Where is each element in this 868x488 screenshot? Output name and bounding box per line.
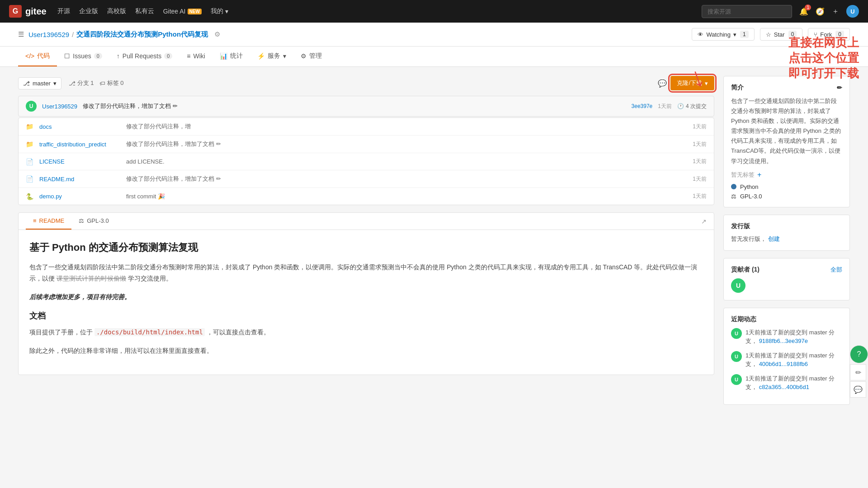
- tab-stats[interactable]: 📊 统计: [212, 47, 250, 66]
- license-icon: ⚖: [731, 193, 736, 200]
- file-time: 1天前: [693, 141, 707, 148]
- license-tab[interactable]: ⚖ GPL-3.0: [71, 213, 116, 230]
- watch-label: Watching: [706, 31, 731, 38]
- commit-hash-link[interactable]: 3ee397e: [632, 103, 653, 109]
- commit-count: 🕐 4 次提交: [677, 103, 707, 110]
- clone-download-button[interactable]: 克隆/下载 ▾: [670, 76, 714, 90]
- plus-icon[interactable]: ＋: [832, 7, 839, 16]
- file-row: 📄 LICENSE add LICENSE. 1天前: [19, 153, 714, 170]
- nav-opensource[interactable]: 开源: [57, 7, 70, 15]
- file-commit-msg: 修改了部分代码注释，增加了文档 ✏: [126, 175, 687, 183]
- contributors-header: 贡献者 (1) 全部: [731, 266, 842, 274]
- repo-user-link[interactable]: User1396529: [28, 31, 69, 38]
- activity-commit-link[interactable]: 9188fb6...3ee397e: [759, 338, 808, 344]
- star-count: 0: [788, 31, 797, 38]
- repo-header: ☰ User1396529 / 交通四阶段法交通分布预测Python代码复现 ⚙…: [0, 23, 868, 47]
- activity-commit-link[interactable]: c82a365...400b6d1: [759, 384, 809, 390]
- contributor-avatar[interactable]: U: [731, 278, 745, 293]
- activity-text: 1天前推送了新的提交到 master 分支， 9188fb6...3ee397e: [745, 328, 842, 346]
- compass-icon[interactable]: 🧭: [816, 7, 825, 16]
- readme-doc-para2: 除此之外，代码的注释非常详细，用法可以在注释里面直接查看。: [29, 345, 703, 357]
- file-name-link[interactable]: demo.py: [39, 193, 121, 200]
- readme-section: ≡ README ⚖ GPL-3.0 ↗ 基于 Python 的交通分布预测算法…: [18, 212, 714, 375]
- python-lang-dot: [731, 184, 736, 189]
- issues-icon: ☐: [64, 52, 70, 60]
- repo-name-link[interactable]: 交通四阶段法交通分布预测Python代码复现: [76, 30, 208, 39]
- file-name-link[interactable]: README.md: [39, 176, 121, 183]
- file-row: 📁 traffic_distribution_predict 修改了部分代码注释…: [19, 136, 714, 153]
- open-external-icon[interactable]: ↗: [701, 218, 707, 225]
- clone-dropdown-icon: ▾: [705, 80, 708, 87]
- watch-button[interactable]: 👁 Watching ▾ 1: [692, 28, 754, 41]
- readme-para1: 包含了一些交通规划四阶段法中第二阶段交通分布预测时常用的算法，封装成了 Pyth…: [29, 262, 703, 284]
- sidebar-activity-card: 近期动态 U 1天前推送了新的提交到 master 分支， 9188fb6...…: [723, 308, 850, 405]
- repo-settings-icon[interactable]: ⚙: [214, 30, 220, 38]
- commit-author-link[interactable]: User1396529: [42, 103, 77, 110]
- eye-icon: 👁: [698, 31, 703, 38]
- chat-float-button[interactable]: 💬: [850, 381, 866, 398]
- file-name-link[interactable]: traffic_distribution_predict: [39, 141, 121, 148]
- tab-issues[interactable]: ☐ Issues 0: [57, 47, 109, 66]
- star-button[interactable]: ☆ Star 0: [760, 28, 803, 41]
- activity-avatar: U: [731, 328, 742, 339]
- nav-private[interactable]: 私有云: [135, 7, 154, 15]
- file-time: 1天前: [693, 123, 707, 131]
- create-release-link[interactable]: 创建: [768, 235, 780, 242]
- file-row: 📄 README.md 修改了部分代码注释，增加了文档 ✏ 1天前: [19, 170, 714, 188]
- floating-buttons: ? ✏ 💬: [850, 345, 868, 398]
- file-name-link[interactable]: LICENSE: [39, 158, 121, 165]
- commit-author-avatar: U: [26, 101, 37, 112]
- breadcrumb-separator: /: [72, 31, 74, 38]
- star-icon: ☆: [766, 31, 771, 38]
- edit-intro-icon[interactable]: ✏: [837, 84, 842, 91]
- folder-icon: 📁: [26, 123, 34, 130]
- history-icon: 🕐: [677, 103, 684, 109]
- strikethrough-text: 课堂测试计算的时候偷懒: [57, 275, 126, 282]
- tab-pullrequests[interactable]: ↑ Pull Requests 0: [109, 47, 180, 66]
- sidebar-tags: 暂无标签 +: [731, 171, 842, 179]
- tab-code[interactable]: </> 代码: [18, 47, 57, 66]
- file-commit-msg: first commit 🎉: [126, 193, 687, 200]
- sidebar: 简介 ✏ 包含了一些交通规划四阶段法中第二阶段交通分布预测时常用的算法，封装成了…: [723, 76, 850, 412]
- fork-button[interactable]: ⑂ Fork 0: [808, 28, 850, 41]
- branch-icon: ⎇: [23, 80, 30, 87]
- my-dropdown[interactable]: 我的 ▾: [211, 7, 228, 15]
- clone-download-wrapper: 克隆/下载 ▾ 直接在网页上 点击这个位置 即可打开下载 ↑: [670, 76, 714, 90]
- chat-icon[interactable]: 💬: [658, 79, 667, 88]
- notification-bell-icon[interactable]: 🔔 1: [799, 7, 808, 16]
- admin-icon: ⚙: [301, 52, 307, 60]
- contributors-title: 贡献者 (1): [731, 266, 760, 274]
- repo-actions: 👁 Watching ▾ 1 ☆ Star 0 ⑂ Fork 0: [692, 28, 850, 41]
- commit-meta: 1天前 🕐 4 次提交: [658, 103, 707, 110]
- gitee-ai-link[interactable]: Gitee AI NEW: [163, 8, 202, 15]
- contributors-all-link[interactable]: 全部: [830, 266, 842, 274]
- new-badge: NEW: [188, 9, 202, 14]
- tab-wiki[interactable]: ≡ Wiki: [179, 47, 212, 66]
- repo-tabs: </> 代码 ☐ Issues 0 ↑ Pull Requests 0 ≡ Wi…: [0, 47, 868, 67]
- branch-selector[interactable]: ⎇ master ▾: [18, 77, 61, 89]
- readme-italic-bold: 后续考虑增加更多，项目有待完善。: [29, 293, 131, 300]
- search-input[interactable]: [702, 5, 792, 18]
- tab-admin[interactable]: ⚙ 管理: [293, 47, 329, 66]
- nav-university[interactable]: 高校版: [107, 7, 126, 15]
- watch-dropdown-icon: ▾: [733, 31, 736, 38]
- logo-area[interactable]: G gitee: [9, 5, 47, 18]
- readme-tabs: ≡ README ⚖ GPL-3.0 ↗: [19, 213, 714, 230]
- readme-tab[interactable]: ≡ README: [26, 213, 71, 230]
- folder-icon: 📁: [26, 141, 34, 148]
- sidebar-contributors-card: 贡献者 (1) 全部 U: [723, 258, 850, 300]
- tab-services[interactable]: ⚡ 服务 ▾: [250, 47, 293, 66]
- activity-commit-link[interactable]: 400b6d1...9188fb6: [759, 361, 808, 367]
- notification-count: 1: [805, 5, 811, 10]
- branch-name: master: [33, 80, 51, 87]
- readme-para2: 后续考虑增加更多，项目有待完善。: [29, 291, 703, 303]
- file-name-link[interactable]: docs: [39, 123, 121, 130]
- user-avatar[interactable]: U: [846, 5, 859, 18]
- edit-float-button[interactable]: ✏: [850, 364, 866, 380]
- nav-enterprise[interactable]: 企业版: [79, 7, 98, 15]
- add-tag-icon[interactable]: +: [757, 171, 761, 179]
- pr-count: 0: [164, 53, 172, 59]
- sidebar-release-title: 发行版: [731, 222, 842, 230]
- main-content: ⎇ master ▾ ⎇ 分支 1 🏷 标签 0 💬: [0, 67, 868, 421]
- help-button[interactable]: ?: [850, 345, 868, 363]
